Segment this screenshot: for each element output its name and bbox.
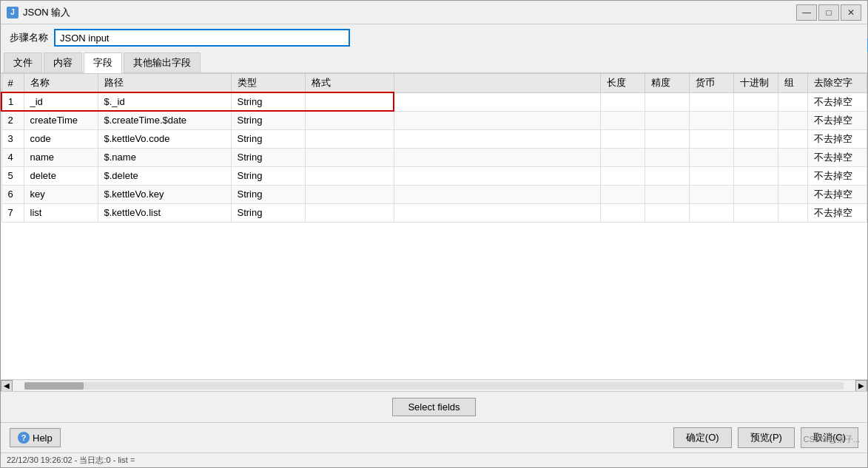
table-cell bbox=[734, 92, 778, 111]
table-cell bbox=[305, 148, 394, 166]
table-cell: String bbox=[231, 129, 305, 148]
table-cell: delete bbox=[24, 166, 98, 185]
table-cell bbox=[394, 185, 601, 203]
col-header-type: 类型 bbox=[231, 74, 305, 93]
table-cell: createTime bbox=[24, 111, 98, 129]
table-row[interactable]: 5delete$.deleteString不去掉空 bbox=[1, 166, 867, 185]
help-button[interactable]: ? Help bbox=[10, 428, 61, 447]
select-fields-row: Select fields bbox=[1, 391, 867, 422]
col-header-format: 格式 bbox=[305, 74, 394, 93]
table-cell bbox=[394, 111, 601, 129]
table-cell: list bbox=[24, 203, 98, 222]
help-icon: ? bbox=[18, 432, 30, 444]
table-row[interactable]: 2createTime$.createTime.$dateString不去掉空 bbox=[1, 111, 867, 129]
table-cell bbox=[734, 111, 778, 129]
table-row[interactable]: 4name$.nameString不去掉空 bbox=[1, 148, 867, 166]
table-cell bbox=[778, 185, 808, 203]
table-cell: $.delete bbox=[98, 166, 231, 185]
col-header-precision: 精度 bbox=[645, 74, 690, 93]
table-cell bbox=[690, 185, 734, 203]
select-fields-button[interactable]: Select fields bbox=[392, 398, 475, 416]
tab-field[interactable]: 字段 bbox=[84, 52, 122, 73]
table-cell: 2 bbox=[1, 111, 24, 129]
horizontal-scrollbar[interactable]: ◀ ▶ bbox=[1, 379, 867, 391]
table-cell bbox=[601, 92, 645, 111]
table-cell bbox=[645, 92, 690, 111]
table-cell bbox=[305, 129, 394, 148]
col-header-num: # bbox=[1, 74, 24, 93]
table-cell bbox=[734, 148, 778, 166]
table-cell bbox=[645, 148, 690, 166]
table-cell: 3 bbox=[1, 129, 24, 148]
table-cell: _id bbox=[24, 92, 98, 111]
scrollbar-thumb[interactable] bbox=[24, 382, 84, 390]
col-header-name: 名称 bbox=[24, 74, 98, 93]
table-cell bbox=[645, 185, 690, 203]
tab-file[interactable]: 文件 bbox=[4, 52, 42, 72]
maximize-button[interactable]: □ bbox=[818, 4, 839, 21]
table-row[interactable]: 1_id$._idString不去掉空 bbox=[1, 92, 867, 111]
watermark: CSDN @票子... bbox=[803, 434, 860, 445]
table-cell bbox=[690, 92, 734, 111]
tab-other[interactable]: 其他输出字段 bbox=[124, 52, 201, 72]
table-row[interactable]: 6key$.kettleVo.keyString不去掉空 bbox=[1, 185, 867, 203]
table-cell: String bbox=[231, 166, 305, 185]
table-cell: String bbox=[231, 185, 305, 203]
col-header-length: 长度 bbox=[601, 74, 645, 93]
table-container[interactable]: # 名称 路径 类型 格式 长度 精度 货币 十进制 组 去除空字 bbox=[1, 73, 867, 379]
scroll-right-arrow[interactable]: ▶ bbox=[855, 380, 867, 392]
table-cell bbox=[601, 203, 645, 222]
footer: ? Help 确定(O) 预览(P) 取消(C) bbox=[1, 422, 867, 452]
table-cell bbox=[601, 111, 645, 129]
scrollbar-track[interactable] bbox=[24, 382, 844, 390]
step-name-row: 步骤名称 bbox=[1, 24, 867, 51]
step-name-input[interactable] bbox=[54, 29, 350, 47]
col-header-path: 路径 bbox=[98, 74, 231, 93]
table-cell: $.kettleVo.list bbox=[98, 203, 231, 222]
scroll-left-arrow[interactable]: ◀ bbox=[1, 380, 13, 392]
table-cell bbox=[734, 185, 778, 203]
table-cell bbox=[734, 129, 778, 148]
table-cell: 7 bbox=[1, 203, 24, 222]
table-cell bbox=[394, 129, 601, 148]
table-body: 1_id$._idString不去掉空2createTime$.createTi… bbox=[1, 92, 867, 222]
minimize-button[interactable]: — bbox=[796, 4, 817, 21]
table-cell bbox=[778, 92, 808, 111]
status-text: 22/12/30 19:26:02 - 当日志:0 - list = bbox=[7, 455, 135, 464]
table-cell bbox=[601, 185, 645, 203]
table-row[interactable]: 7list$.kettleVo.listString不去掉空 bbox=[1, 203, 867, 222]
col-header-trim: 去除空字 bbox=[808, 74, 867, 93]
tab-content[interactable]: 内容 bbox=[44, 52, 82, 72]
table-cell: code bbox=[24, 129, 98, 148]
table-cell: 不去掉空 bbox=[808, 148, 867, 166]
step-label: 步骤名称 bbox=[10, 31, 48, 44]
table-cell bbox=[394, 166, 601, 185]
col-header-currency: 货币 bbox=[690, 74, 734, 93]
table-cell bbox=[305, 185, 394, 203]
table-cell: 5 bbox=[1, 166, 24, 185]
table-cell: 6 bbox=[1, 185, 24, 203]
window-controls: — □ ✕ bbox=[796, 4, 861, 21]
table-cell bbox=[690, 203, 734, 222]
title-bar: J JSON 输入 — □ ✕ bbox=[1, 1, 867, 24]
table-cell bbox=[394, 148, 601, 166]
footer-left: ? Help bbox=[10, 428, 61, 447]
table-cell bbox=[601, 129, 645, 148]
table-cell: 不去掉空 bbox=[808, 166, 867, 185]
table-cell: $.name bbox=[98, 148, 231, 166]
table-cell: 1 bbox=[1, 92, 24, 111]
confirm-button[interactable]: 确定(O) bbox=[673, 427, 732, 448]
window-icon: J bbox=[7, 7, 18, 18]
table-cell bbox=[778, 166, 808, 185]
table-header-row: # 名称 路径 类型 格式 长度 精度 货币 十进制 组 去除空字 bbox=[1, 74, 867, 93]
table-cell: 不去掉空 bbox=[808, 185, 867, 203]
table-row[interactable]: 3code$.kettleVo.codeString不去掉空 bbox=[1, 129, 867, 148]
preview-button[interactable]: 预览(P) bbox=[738, 427, 795, 448]
table-cell: 4 bbox=[1, 148, 24, 166]
table-cell bbox=[690, 111, 734, 129]
table-cell bbox=[394, 203, 601, 222]
close-button[interactable]: ✕ bbox=[841, 4, 861, 21]
tab-bar: 文件 内容 字段 其他输出字段 bbox=[1, 51, 867, 73]
table-cell: 不去掉空 bbox=[808, 92, 867, 111]
table-cell: $.kettleVo.code bbox=[98, 129, 231, 148]
